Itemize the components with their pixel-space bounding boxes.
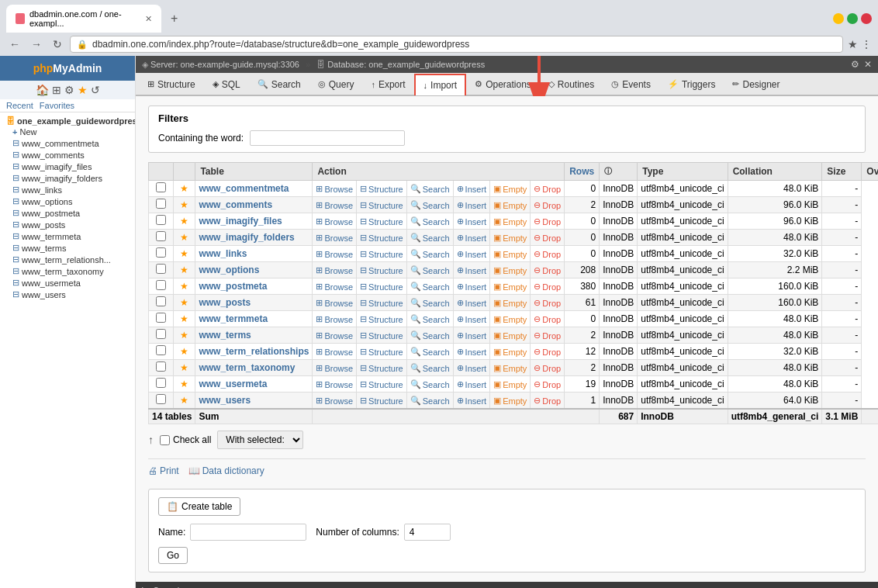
structure-link[interactable]: ⊟ Structure [360, 249, 403, 259]
back-button[interactable]: ← [6, 36, 23, 52]
insert-link[interactable]: ⊕ Insert [457, 216, 487, 227]
favorite-icon[interactable]: ★ [180, 330, 188, 341]
sidebar-table-www_termmeta[interactable]: ⊟ www_termmeta [0, 230, 135, 242]
search-link[interactable]: 🔍 Search [410, 330, 450, 341]
empty-link[interactable]: ▣ Empty [493, 347, 527, 357]
table-name-link[interactable]: www_termmeta [199, 313, 268, 324]
database-link[interactable]: Database: one_example_guidewordpress [327, 60, 485, 69]
browse-link[interactable]: ⊞ Browse [316, 379, 353, 389]
insert-link[interactable]: ⊕ Insert [457, 347, 487, 357]
col-header-overhead[interactable]: Overhead [862, 163, 878, 181]
empty-link[interactable]: ▣ Empty [493, 363, 527, 373]
search-link[interactable]: 🔍 Search [410, 200, 450, 210]
search-link[interactable]: 🔍 Search [410, 314, 450, 324]
drop-link[interactable]: ⊖ Drop [534, 184, 561, 194]
menu-button[interactable]: ⋮ [861, 38, 872, 50]
browse-link[interactable]: ⊞ Browse [316, 330, 353, 341]
row-checkbox[interactable] [156, 313, 166, 323]
sidebar-star-icon[interactable]: ★ [78, 84, 88, 96]
server-link[interactable]: Server: one-example-guide.mysql:3306 [150, 60, 299, 69]
row-checkbox[interactable] [156, 231, 166, 241]
drop-link[interactable]: ⊖ Drop [534, 233, 561, 243]
table-name-link[interactable]: www_commentmeta [199, 183, 289, 194]
sidebar-table-www_commentmeta[interactable]: ⊟ www_commentmeta [0, 137, 135, 149]
search-link[interactable]: 🔍 Search [410, 233, 450, 243]
row-checkbox[interactable] [156, 345, 166, 355]
empty-link[interactable]: ▣ Empty [493, 314, 527, 324]
structure-link[interactable]: ⊟ Structure [360, 314, 403, 324]
favorite-icon[interactable]: ★ [180, 183, 188, 194]
col-header-rows-info[interactable]: ⓘ [600, 163, 638, 181]
insert-link[interactable]: ⊕ Insert [457, 249, 487, 259]
favorite-icon[interactable]: ★ [180, 216, 188, 227]
window-minimize-button[interactable] [833, 13, 844, 24]
empty-link[interactable]: ▣ Empty [493, 216, 527, 227]
row-checkbox[interactable] [156, 247, 166, 258]
row-checkbox[interactable] [156, 394, 166, 404]
search-link[interactable]: 🔍 Search [410, 216, 450, 227]
window-maximize-button[interactable] [847, 13, 858, 24]
search-link[interactable]: 🔍 Search [410, 184, 450, 194]
sidebar-table-www_postmeta[interactable]: ⊟ www_postmeta [0, 207, 135, 219]
browse-link[interactable]: ⊞ Browse [316, 363, 353, 373]
search-link[interactable]: 🔍 Search [410, 265, 450, 275]
empty-link[interactable]: ▣ Empty [493, 396, 527, 406]
filter-containing-input[interactable] [250, 130, 405, 146]
insert-link[interactable]: ⊕ Insert [457, 330, 487, 341]
table-name-link[interactable]: www_imagify_folders [199, 232, 294, 243]
insert-link[interactable]: ⊕ Insert [457, 265, 487, 275]
bookmark-button[interactable]: ★ [848, 38, 858, 50]
table-name-link[interactable]: www_options [199, 265, 259, 275]
favorite-icon[interactable]: ★ [180, 232, 188, 243]
table-name-link[interactable]: www_comments [199, 199, 272, 210]
browse-link[interactable]: ⊞ Browse [316, 249, 353, 259]
tab-designer[interactable]: ✏ Designer [724, 73, 788, 95]
tab-close-btn[interactable]: ✕ [145, 14, 152, 24]
structure-link[interactable]: ⊟ Structure [360, 330, 403, 341]
empty-link[interactable]: ▣ Empty [493, 184, 527, 194]
table-name-link[interactable]: www_postmeta [199, 281, 267, 292]
row-checkbox[interactable] [156, 361, 166, 372]
drop-link[interactable]: ⊖ Drop [534, 298, 561, 308]
browse-link[interactable]: ⊞ Browse [316, 233, 353, 243]
structure-link[interactable]: ⊟ Structure [360, 216, 403, 227]
favorite-icon[interactable]: ★ [180, 281, 188, 292]
drop-link[interactable]: ⊖ Drop [534, 314, 561, 324]
refresh-button[interactable]: ↻ [50, 36, 65, 52]
sidebar-table-www_posts[interactable]: ⊟ www_posts [0, 219, 135, 230]
table-name-link[interactable]: www_term_relationships [199, 346, 309, 357]
row-checkbox[interactable] [156, 329, 166, 339]
row-checkbox[interactable] [156, 378, 166, 388]
structure-link[interactable]: ⊟ Structure [360, 347, 403, 357]
insert-link[interactable]: ⊕ Insert [457, 379, 487, 389]
insert-link[interactable]: ⊕ Insert [457, 396, 487, 406]
row-checkbox[interactable] [156, 296, 166, 306]
browse-link[interactable]: ⊞ Browse [316, 265, 353, 275]
favorite-icon[interactable]: ★ [180, 346, 188, 357]
structure-link[interactable]: ⊟ Structure [360, 379, 403, 389]
browse-link[interactable]: ⊞ Browse [316, 298, 353, 308]
structure-link[interactable]: ⊟ Structure [360, 298, 403, 308]
col-header-type[interactable]: Type [638, 163, 728, 181]
print-link[interactable]: 🖨 Print [148, 465, 179, 476]
insert-link[interactable]: ⊕ Insert [457, 200, 487, 210]
check-all-checkbox[interactable] [160, 435, 170, 445]
tab-query[interactable]: ◎ Query [309, 73, 363, 95]
sidebar-table-www_imagify_files[interactable]: ⊟ www_imagify_files [0, 161, 135, 172]
close-topbar-button[interactable]: ✕ [864, 59, 872, 70]
sidebar-table-www_users[interactable]: ⊟ www_users [0, 289, 135, 300]
columns-input[interactable] [404, 524, 451, 541]
structure-link[interactable]: ⊟ Structure [360, 233, 403, 243]
create-table-button[interactable]: 📋 Create table [158, 497, 240, 516]
table-name-link[interactable]: www_term_taxonomy [199, 362, 295, 373]
empty-link[interactable]: ▣ Empty [493, 200, 527, 210]
favorite-icon[interactable]: ★ [180, 395, 188, 406]
row-checkbox[interactable] [156, 264, 166, 274]
go-button[interactable]: Go [158, 547, 188, 564]
console-bar[interactable]: ▶ Console [136, 582, 878, 588]
table-name-link[interactable]: www_posts [199, 297, 251, 308]
tab-structure[interactable]: ⊞ Structure [139, 73, 204, 95]
structure-link[interactable]: ⊟ Structure [360, 363, 403, 373]
table-name-link[interactable]: www_imagify_files [199, 216, 282, 227]
with-selected-select[interactable]: With selected: Drop Empty Check table Op… [217, 431, 303, 449]
